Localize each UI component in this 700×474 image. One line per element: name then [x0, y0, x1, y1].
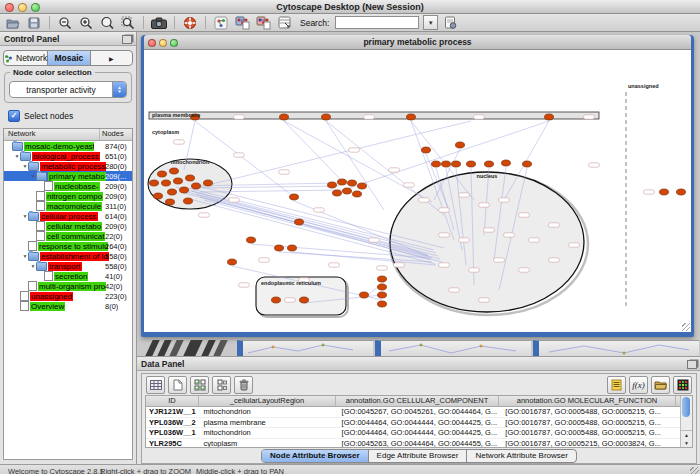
graph-node[interactable] — [660, 189, 669, 195]
formula-builder-button[interactable]: f(x) — [629, 376, 648, 394]
graph-node[interactable] — [407, 114, 416, 120]
graph-node[interactable] — [174, 178, 183, 184]
graph-node[interactable] — [186, 175, 195, 181]
float-panel-icon[interactable] — [122, 35, 132, 44]
graph-node[interactable] — [228, 259, 237, 265]
graph-node[interactable] — [485, 161, 494, 167]
graph-node[interactable] — [180, 187, 189, 193]
graph-node[interactable] — [378, 301, 387, 307]
tree-item-overview[interactable]: Overview8(0) — [4, 301, 132, 311]
attribute-table-button[interactable] — [146, 376, 165, 394]
tab-edge-attribute-browser[interactable]: Edge Attribute Browser — [369, 450, 468, 462]
close-button[interactable] — [5, 3, 14, 12]
graph-node[interactable] — [280, 114, 289, 120]
table-row[interactable]: YPL036W__1mitochondrion[GO:0044464, GO:0… — [146, 428, 680, 439]
network-window-titlebar[interactable]: primary metabolic process — [144, 35, 691, 50]
attribute-list-button[interactable] — [607, 376, 626, 394]
graph-node[interactable] — [290, 194, 299, 200]
graph-node[interactable] — [272, 297, 281, 303]
graph-node[interactable] — [338, 179, 347, 185]
table-scrollbar[interactable]: ▲▼ — [680, 396, 692, 447]
graph-node[interactable] — [184, 198, 193, 204]
graph-node[interactable] — [378, 284, 387, 290]
graph-node[interactable] — [275, 245, 284, 251]
open-session-button[interactable] — [4, 15, 22, 30]
graph-node[interactable] — [378, 292, 387, 298]
background-window[interactable] — [375, 340, 531, 357]
graph-node[interactable] — [432, 161, 441, 167]
zoom-in-button[interactable] — [77, 15, 95, 30]
graph-node[interactable] — [422, 147, 431, 153]
tree-item-cell-communicat[interactable]: cell communicat22(0) — [4, 231, 132, 241]
zoom-out-button[interactable] — [56, 15, 74, 30]
table-row[interactable]: YLR295Ccytoplasm[GO:0045263, GO:0044464,… — [146, 439, 680, 448]
graph-node[interactable] — [378, 276, 387, 282]
close-button[interactable] — [148, 39, 156, 47]
table-row[interactable]: YJR121W__1mitochondrion[GO:0045267, GO:0… — [146, 407, 680, 418]
graph-node[interactable] — [343, 188, 352, 194]
graph-node[interactable] — [677, 189, 686, 195]
delete-attribute-button[interactable] — [234, 376, 253, 394]
tree-item-multi-organism-pro[interactable]: multi-organism pro42(0) — [4, 281, 132, 291]
tab-network-attribute-browser[interactable]: Network Attribute Browser — [467, 450, 575, 462]
column-header-annotation-go-molecular-function[interactable]: annotation.GO MOLECULAR_FUNCTION — [499, 396, 676, 406]
window-resize-grip[interactable] — [682, 323, 690, 331]
tree-item-macromolecule[interactable]: macromolecule311(0) — [4, 201, 132, 211]
graph-node[interactable] — [170, 168, 179, 174]
tree-item-nitrogen-compo[interactable]: nitrogen compo209(0) — [4, 191, 132, 201]
tab-network[interactable]: Network — [4, 51, 48, 65]
tree-item-establishment-of-lo[interactable]: ▼establishment of lo558(0) — [4, 251, 132, 261]
graph-node[interactable] — [502, 160, 511, 166]
tree-item-mosaic-demo-yeast[interactable]: mosaic-demo-yeast874(0) — [4, 141, 132, 151]
graph-node[interactable] — [247, 237, 256, 243]
zoom-button[interactable] — [170, 39, 178, 47]
table-row[interactable]: YPL036W__2plasma membrane[GO:0044464, GO… — [146, 418, 680, 429]
tree-item-primary-metabo[interactable]: ▼primary metabo209(... — [4, 171, 132, 181]
column-header-annotation-go-cellular-component[interactable]: annotation.GO CELLULAR_COMPONENT — [336, 396, 499, 406]
graph-node[interactable] — [192, 183, 201, 189]
tree-item-nucleobase-[interactable]: nucleobase-209(0) — [4, 181, 132, 191]
tree-item-transport[interactable]: ▼transport558(0) — [4, 261, 132, 271]
graph-node[interactable] — [322, 114, 331, 120]
tree-col-nodes[interactable]: Nodes — [100, 129, 132, 140]
new-attribute-button[interactable] — [168, 376, 187, 394]
tree-item-metabolic-process[interactable]: ▼metabolic process280(0) — [4, 161, 132, 171]
annotation-network-button[interactable] — [212, 15, 230, 30]
select-nodes-checkbox[interactable]: ✓ — [8, 110, 20, 122]
tab-overflow-button[interactable]: ▶ — [91, 51, 132, 65]
graph-node[interactable] — [545, 114, 554, 120]
export-image-button[interactable] — [150, 15, 168, 30]
background-window[interactable] — [237, 340, 373, 357]
graph-node[interactable] — [154, 193, 163, 199]
graph-node[interactable] — [150, 180, 159, 186]
tab-mosaic[interactable]: Mosaic — [48, 51, 90, 65]
graph-node[interactable] — [158, 171, 167, 177]
zoom-button[interactable] — [31, 3, 40, 12]
help-button[interactable] — [181, 15, 199, 30]
graph-node[interactable] — [333, 190, 342, 196]
minimize-button[interactable] — [18, 3, 27, 12]
column-header-id[interactable]: ID — [146, 396, 199, 406]
graph-node[interactable] — [168, 189, 177, 195]
scrollbar-arrows[interactable]: ▲▼ — [681, 430, 692, 447]
tree-item-cellular-metabo[interactable]: cellular metabo209(0) — [4, 221, 132, 231]
search-config-button[interactable] — [441, 15, 459, 30]
column-header--cellularlayoutregion[interactable]: _cellularLayoutRegion — [199, 396, 336, 406]
graph-node[interactable] — [452, 161, 461, 167]
zoom-selected-button[interactable] — [119, 15, 137, 30]
network-canvas[interactable]: plasma membranecytoplasmmitochondrionnuc… — [144, 50, 691, 332]
graph-node[interactable] — [300, 297, 309, 303]
zoom-fit-button[interactable] — [98, 15, 116, 30]
node-color-dropdown[interactable]: transporter activity ▲▼ — [9, 81, 127, 98]
graph-node[interactable] — [456, 142, 465, 148]
graph-node[interactable] — [467, 161, 476, 167]
vizmapper-edge-button[interactable] — [254, 15, 272, 30]
graph-node[interactable] — [523, 161, 532, 167]
import-attributes-button[interactable] — [651, 376, 670, 394]
graph-node[interactable] — [353, 191, 362, 197]
graph-node[interactable] — [360, 292, 369, 298]
select-attributes-button[interactable] — [190, 376, 209, 394]
minimize-button[interactable] — [159, 39, 167, 47]
tab-node-attribute-browser[interactable]: Node Attribute Browser — [262, 450, 369, 462]
vizmapper-node-button[interactable] — [233, 15, 251, 30]
